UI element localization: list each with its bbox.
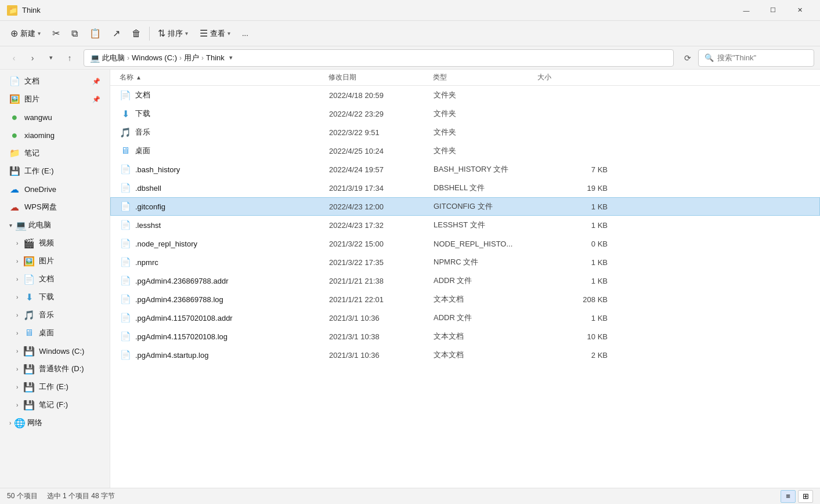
col-header-date[interactable]: 修改日期: [328, 72, 433, 82]
file-size-cell: 1 KB: [538, 277, 608, 285]
sidebar-item-work-e[interactable]: 💾 工作 (E:): [2, 162, 107, 180]
back-button[interactable]: ‹: [6, 50, 22, 66]
file-type-cell: ADDR 文件: [434, 275, 538, 286]
refresh-button[interactable]: ⟳: [680, 50, 696, 66]
toolbar: ⊕ 新建 ▾ ✂ ⧉ 📋 ↗ 🗑 ⇅ 排序 ▾ ☰ 查看 ▾ ...: [0, 21, 820, 46]
sidebar-item-downloads-pc[interactable]: › ⬇ 下载: [2, 288, 107, 306]
table-row[interactable]: 📄 .pgAdmin4.1157020108.addr 2021/3/1 10:…: [110, 309, 820, 327]
table-row[interactable]: 📄 .dbshell 2021/3/19 17:34 DBSHELL 文件 19…: [110, 179, 820, 197]
file-type-cell: 文本文档: [434, 294, 538, 304]
sort-button[interactable]: ⇅ 排序 ▾: [153, 26, 193, 41]
dropdown-history-button[interactable]: ▾: [43, 50, 59, 66]
sidebar-item-work-e2[interactable]: › 💾 工作 (E:): [2, 378, 107, 396]
table-row[interactable]: 📄 .pgAdmin4.236869788.log 2021/1/21 22:0…: [110, 290, 820, 309]
pin-icon[interactable]: 📌: [92, 78, 100, 85]
file-type-cell: 文本文档: [434, 331, 538, 342]
sidebar-label-music-pc: 音乐: [39, 310, 100, 320]
new-button[interactable]: ⊕ 新建 ▾: [6, 26, 45, 41]
address-chevron-icon[interactable]: ▾: [229, 54, 233, 61]
sidebar-item-documents[interactable]: 📄 文档 📌: [2, 72, 107, 90]
sidebar-item-desktop-pc[interactable]: › 🖥 桌面: [2, 324, 107, 342]
sidebar-item-pictures-pc[interactable]: › 🖼️ 图片: [2, 252, 107, 270]
forward-button[interactable]: ›: [24, 50, 41, 66]
desktop-pc-icon: 🖥: [24, 328, 34, 338]
sidebar-item-pictures[interactable]: 🖼️ 图片 📌: [2, 90, 107, 108]
pin-icon-2[interactable]: 📌: [92, 96, 100, 103]
sidebar-label-pictures-pc: 图片: [39, 256, 100, 266]
copy-button[interactable]: ⧉: [67, 26, 82, 41]
table-row[interactable]: 📄 .lesshst 2022/4/23 17:32 LESSHST 文件 1 …: [110, 216, 820, 234]
sort-icon: ⇅: [158, 28, 165, 39]
list-view-button[interactable]: ≡: [781, 490, 796, 503]
search-input[interactable]: [717, 53, 815, 62]
table-row[interactable]: 📄 .bash_history 2022/4/24 19:57 BASH_HIS…: [110, 160, 820, 179]
sidebar-section-this-pc[interactable]: ▾ 💻 此电脑: [2, 216, 107, 234]
sidebar-item-normal-d[interactable]: › 💾 普通软件 (D:): [2, 360, 107, 378]
file-icon: 📄: [120, 275, 131, 286]
sidebar-item-wangwu[interactable]: ● wangwu: [2, 108, 107, 126]
sidebar-item-notes[interactable]: 📁 笔记: [2, 144, 107, 162]
file-icon: 📄: [120, 183, 131, 193]
toolbar-separator: [149, 27, 150, 41]
sidebar-item-documents-pc[interactable]: › 📄 文档: [2, 270, 107, 288]
minimize-button[interactable]: —: [733, 1, 760, 20]
wangwu-icon: ●: [9, 112, 20, 122]
file-date-cell: 2021/3/22 15:00: [329, 240, 434, 248]
sidebar-item-windows-c[interactable]: › 💾 Windows (C:): [2, 342, 107, 360]
sidebar-item-onedrive[interactable]: ☁ OneDrive: [2, 180, 107, 198]
table-row[interactable]: 📄 .node_repl_history 2021/3/22 15:00 NOD…: [110, 234, 820, 253]
sidebar-label-wps: WPS网盘: [24, 202, 100, 212]
maximize-button[interactable]: ☐: [760, 1, 786, 20]
sidebar-item-videos[interactable]: › 🎬 视频: [2, 234, 107, 252]
share-button[interactable]: ↗: [108, 26, 125, 41]
table-row[interactable]: 📄 .pgAdmin4.236869788.addr 2021/1/21 21:…: [110, 271, 820, 290]
file-name-cell: 📄 .node_repl_history: [120, 238, 329, 249]
table-row[interactable]: 🖥 桌面 2022/4/25 10:24 文件夹: [110, 142, 820, 160]
file-name: .pgAdmin4.startup.log: [135, 351, 208, 360]
detail-view-button[interactable]: ⊞: [798, 490, 813, 503]
more-button[interactable]: ...: [237, 27, 253, 40]
expand-downloads-icon: ›: [16, 294, 18, 300]
sidebar-item-music-pc[interactable]: › 🎵 音乐: [2, 306, 107, 324]
delete-button[interactable]: 🗑: [127, 26, 146, 41]
file-name: .pgAdmin4.1157020108.log: [135, 332, 227, 341]
downloads-icon: ⬇: [24, 292, 34, 302]
sidebar-label-notes: 笔记: [24, 148, 100, 158]
expand-work-e2-icon: ›: [16, 384, 18, 390]
col-header-name[interactable]: 名称 ▲: [120, 72, 328, 82]
file-type-cell: LESSHST 文件: [434, 220, 538, 230]
search-bar[interactable]: 🔍: [698, 49, 814, 67]
more-label: ...: [242, 29, 248, 38]
table-row[interactable]: 📄 .gitconfig 2022/4/23 12:00 GITCONFIG 文…: [110, 197, 820, 216]
up-button[interactable]: ↑: [62, 50, 78, 66]
sidebar-item-notes-f[interactable]: › 💾 笔记 (F:): [2, 396, 107, 414]
sidebar-item-xiaoming[interactable]: ● xiaoming: [2, 126, 107, 144]
cut-button[interactable]: ✂: [48, 26, 64, 41]
col-header-size[interactable]: 大小: [537, 72, 607, 82]
file-size-cell: 0 KB: [538, 240, 608, 248]
table-row[interactable]: 📄 文档 2022/4/18 20:59 文件夹: [110, 86, 820, 104]
file-size-cell: 1 KB: [538, 258, 608, 267]
view-icon: ☰: [200, 28, 208, 39]
new-icon: ⊕: [10, 28, 18, 39]
sidebar-label-documents-pc: 文档: [39, 274, 100, 284]
table-row[interactable]: 📄 .pgAdmin4.1157020108.log 2021/3/1 10:3…: [110, 327, 820, 346]
file-date-cell: 2022/4/23 17:32: [329, 221, 434, 230]
file-name: 桌面: [135, 146, 150, 156]
address-bar[interactable]: 💻 此电脑 › Windows (C:) › 用户 › Think ▾: [84, 49, 674, 67]
table-row[interactable]: 📄 .pgAdmin4.startup.log 2021/3/1 10:36 文…: [110, 346, 820, 364]
table-row[interactable]: ⬇ 下载 2022/4/22 23:29 文件夹: [110, 104, 820, 123]
table-row[interactable]: 🎵 音乐 2022/3/22 9:51 文件夹: [110, 123, 820, 142]
sidebar-item-wps[interactable]: ☁ WPS网盘: [2, 198, 107, 216]
file-name: .gitconfig: [135, 202, 165, 211]
paste-button[interactable]: 📋: [85, 26, 106, 41]
notes-f-icon: 💾: [24, 400, 34, 410]
notes-icon: 📁: [9, 148, 20, 158]
table-row[interactable]: 📄 .npmrc 2021/3/22 17:35 NPMRC 文件 1 KB: [110, 253, 820, 271]
sidebar-section-network[interactable]: › 🌐 网络: [2, 414, 107, 432]
expand-windows-c-icon: ›: [16, 348, 18, 354]
expand-network-icon: ›: [9, 420, 11, 426]
col-header-type[interactable]: 类型: [433, 72, 537, 82]
close-button[interactable]: ✕: [786, 1, 813, 20]
view-button[interactable]: ☰ 查看 ▾: [195, 26, 235, 41]
